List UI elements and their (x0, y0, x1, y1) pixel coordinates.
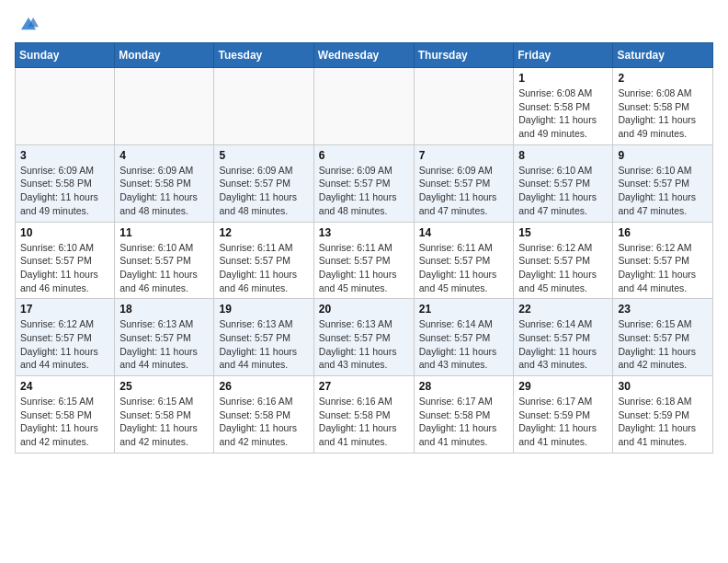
day-number: 16 (618, 226, 708, 239)
weekday-header: Tuesday (214, 43, 313, 68)
day-info: Sunrise: 6:12 AM Sunset: 5:57 PM Dayligh… (618, 241, 708, 295)
day-info: Sunrise: 6:09 AM Sunset: 5:58 PM Dayligh… (119, 164, 209, 218)
day-number: 29 (518, 380, 608, 393)
day-number: 8 (518, 149, 608, 162)
calendar-week-row: 17Sunrise: 6:12 AM Sunset: 5:57 PM Dayli… (16, 299, 713, 376)
calendar-day-cell (115, 68, 214, 145)
calendar-day-cell: 22Sunrise: 6:14 AM Sunset: 5:57 PM Dayli… (514, 299, 613, 376)
day-info: Sunrise: 6:09 AM Sunset: 5:57 PM Dayligh… (419, 164, 509, 218)
calendar-day-cell: 29Sunrise: 6:17 AM Sunset: 5:59 PM Dayli… (514, 376, 613, 454)
day-number: 24 (20, 380, 109, 393)
day-number: 20 (319, 303, 409, 316)
calendar-day-cell: 25Sunrise: 6:15 AM Sunset: 5:58 PM Dayli… (115, 376, 214, 454)
day-info: Sunrise: 6:09 AM Sunset: 5:57 PM Dayligh… (219, 164, 308, 218)
weekday-header: Saturday (613, 43, 713, 68)
calendar-day-cell: 6Sunrise: 6:09 AM Sunset: 5:57 PM Daylig… (313, 144, 414, 222)
day-number: 12 (219, 226, 308, 239)
weekday-header: Wednesday (313, 43, 414, 68)
calendar-day-cell (214, 68, 313, 145)
day-info: Sunrise: 6:16 AM Sunset: 5:58 PM Dayligh… (319, 395, 409, 449)
calendar-week-row: 10Sunrise: 6:10 AM Sunset: 5:57 PM Dayli… (16, 222, 713, 299)
day-info: Sunrise: 6:14 AM Sunset: 5:57 PM Dayligh… (518, 317, 608, 372)
weekday-header: Friday (514, 43, 613, 68)
calendar-day-cell: 13Sunrise: 6:11 AM Sunset: 5:57 PM Dayli… (313, 222, 414, 299)
day-info: Sunrise: 6:10 AM Sunset: 5:57 PM Dayligh… (618, 164, 708, 218)
calendar-day-cell: 5Sunrise: 6:09 AM Sunset: 5:57 PM Daylig… (214, 144, 313, 222)
day-number: 10 (20, 226, 109, 239)
day-info: Sunrise: 6:08 AM Sunset: 5:58 PM Dayligh… (618, 86, 708, 141)
day-info: Sunrise: 6:10 AM Sunset: 5:57 PM Dayligh… (518, 164, 608, 218)
calendar-day-cell: 30Sunrise: 6:18 AM Sunset: 5:59 PM Dayli… (613, 376, 713, 454)
calendar-day-cell: 3Sunrise: 6:09 AM Sunset: 5:58 PM Daylig… (16, 144, 115, 222)
calendar-day-cell: 18Sunrise: 6:13 AM Sunset: 5:57 PM Dayli… (115, 299, 214, 376)
calendar-day-cell: 10Sunrise: 6:10 AM Sunset: 5:57 PM Dayli… (16, 222, 115, 299)
day-number: 17 (20, 303, 109, 316)
day-info: Sunrise: 6:17 AM Sunset: 5:58 PM Dayligh… (419, 395, 509, 449)
day-number: 30 (618, 380, 708, 393)
day-number: 4 (119, 149, 209, 162)
calendar-week-row: 1Sunrise: 6:08 AM Sunset: 5:58 PM Daylig… (16, 68, 713, 145)
logo-text (15, 15, 39, 35)
weekday-header: Sunday (16, 43, 115, 68)
day-number: 25 (119, 380, 209, 393)
calendar-day-cell: 15Sunrise: 6:12 AM Sunset: 5:57 PM Dayli… (514, 222, 613, 299)
weekday-header: Thursday (414, 43, 514, 68)
page-header (15, 15, 713, 35)
calendar-body: 1Sunrise: 6:08 AM Sunset: 5:58 PM Daylig… (16, 68, 713, 454)
day-info: Sunrise: 6:09 AM Sunset: 5:58 PM Dayligh… (20, 164, 109, 218)
day-info: Sunrise: 6:17 AM Sunset: 5:59 PM Dayligh… (518, 395, 608, 449)
day-number: 28 (419, 380, 509, 393)
calendar-day-cell: 2Sunrise: 6:08 AM Sunset: 5:58 PM Daylig… (613, 68, 713, 145)
calendar-week-row: 3Sunrise: 6:09 AM Sunset: 5:58 PM Daylig… (16, 144, 713, 222)
day-info: Sunrise: 6:16 AM Sunset: 5:58 PM Dayligh… (219, 395, 308, 449)
day-info: Sunrise: 6:12 AM Sunset: 5:57 PM Dayligh… (518, 241, 608, 295)
day-info: Sunrise: 6:13 AM Sunset: 5:57 PM Dayligh… (319, 317, 409, 372)
day-number: 22 (518, 303, 608, 316)
day-number: 21 (419, 303, 509, 316)
day-number: 15 (518, 226, 608, 239)
day-info: Sunrise: 6:10 AM Sunset: 5:57 PM Dayligh… (119, 241, 209, 295)
day-number: 6 (319, 149, 409, 162)
day-number: 23 (618, 303, 708, 316)
calendar-header-row: SundayMondayTuesdayWednesdayThursdayFrid… (16, 43, 713, 68)
calendar-day-cell: 28Sunrise: 6:17 AM Sunset: 5:58 PM Dayli… (414, 376, 514, 454)
day-info: Sunrise: 6:15 AM Sunset: 5:58 PM Dayligh… (20, 395, 109, 449)
calendar-day-cell: 1Sunrise: 6:08 AM Sunset: 5:58 PM Daylig… (514, 68, 613, 145)
calendar-day-cell (16, 68, 115, 145)
calendar-day-cell: 14Sunrise: 6:11 AM Sunset: 5:57 PM Dayli… (414, 222, 514, 299)
day-info: Sunrise: 6:13 AM Sunset: 5:57 PM Dayligh… (219, 317, 308, 372)
day-info: Sunrise: 6:13 AM Sunset: 5:57 PM Dayligh… (119, 317, 209, 372)
calendar-day-cell: 17Sunrise: 6:12 AM Sunset: 5:57 PM Dayli… (16, 299, 115, 376)
day-info: Sunrise: 6:08 AM Sunset: 5:58 PM Dayligh… (518, 86, 608, 141)
calendar-table: SundayMondayTuesdayWednesdayThursdayFrid… (15, 42, 713, 454)
day-info: Sunrise: 6:11 AM Sunset: 5:57 PM Dayligh… (219, 241, 308, 295)
day-number: 13 (319, 226, 409, 239)
day-info: Sunrise: 6:10 AM Sunset: 5:57 PM Dayligh… (20, 241, 109, 295)
day-number: 7 (419, 149, 509, 162)
calendar-day-cell (414, 68, 514, 145)
day-number: 3 (20, 149, 109, 162)
day-info: Sunrise: 6:18 AM Sunset: 5:59 PM Dayligh… (618, 395, 708, 449)
calendar-day-cell: 7Sunrise: 6:09 AM Sunset: 5:57 PM Daylig… (414, 144, 514, 222)
calendar-day-cell: 21Sunrise: 6:14 AM Sunset: 5:57 PM Dayli… (414, 299, 514, 376)
day-info: Sunrise: 6:11 AM Sunset: 5:57 PM Dayligh… (319, 241, 409, 295)
calendar-day-cell: 26Sunrise: 6:16 AM Sunset: 5:58 PM Dayli… (214, 376, 313, 454)
day-info: Sunrise: 6:15 AM Sunset: 5:58 PM Dayligh… (119, 395, 209, 449)
calendar-day-cell: 27Sunrise: 6:16 AM Sunset: 5:58 PM Dayli… (313, 376, 414, 454)
day-info: Sunrise: 6:15 AM Sunset: 5:57 PM Dayligh… (618, 317, 708, 372)
weekday-header: Monday (115, 43, 214, 68)
calendar-day-cell: 9Sunrise: 6:10 AM Sunset: 5:57 PM Daylig… (613, 144, 713, 222)
day-number: 1 (518, 72, 608, 85)
day-number: 18 (119, 303, 209, 316)
calendar-day-cell: 24Sunrise: 6:15 AM Sunset: 5:58 PM Dayli… (16, 376, 115, 454)
day-number: 26 (219, 380, 308, 393)
day-number: 27 (319, 380, 409, 393)
day-number: 19 (219, 303, 308, 316)
day-number: 5 (219, 149, 308, 162)
calendar-day-cell: 19Sunrise: 6:13 AM Sunset: 5:57 PM Dayli… (214, 299, 313, 376)
calendar-day-cell: 20Sunrise: 6:13 AM Sunset: 5:57 PM Dayli… (313, 299, 414, 376)
day-info: Sunrise: 6:12 AM Sunset: 5:57 PM Dayligh… (20, 317, 109, 372)
day-number: 9 (618, 149, 708, 162)
calendar-day-cell: 23Sunrise: 6:15 AM Sunset: 5:57 PM Dayli… (613, 299, 713, 376)
day-info: Sunrise: 6:09 AM Sunset: 5:57 PM Dayligh… (319, 164, 409, 218)
